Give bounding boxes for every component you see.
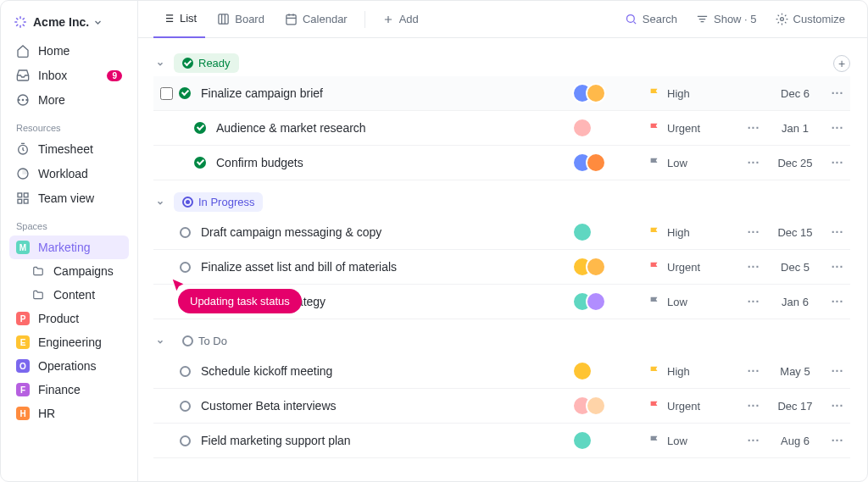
assignees[interactable] (572, 222, 648, 242)
assignees[interactable] (572, 118, 648, 138)
nav-inbox[interactable]: Inbox 9 (9, 64, 129, 87)
status-circle[interactable] (177, 433, 192, 448)
show-button[interactable]: Show · 5 (689, 9, 764, 29)
row-menu[interactable]: ··· (742, 121, 765, 135)
space-hr[interactable]: HHR (9, 402, 129, 425)
space-finance[interactable]: FFinance (9, 378, 129, 402)
due-date[interactable]: Jan 1 (765, 122, 825, 135)
task-row[interactable]: Finalize campaign briefHighDec 6··· (153, 76, 850, 111)
priority[interactable]: Low (648, 296, 742, 308)
row-menu[interactable]: ··· (742, 225, 765, 239)
folder-content[interactable]: Content (9, 283, 129, 307)
space-marketing[interactable]: MMarketing (9, 235, 129, 259)
row-actions[interactable]: ··· (825, 156, 850, 169)
status-circle[interactable] (192, 155, 208, 170)
nav-team-view[interactable]: Team view (9, 186, 129, 210)
due-date[interactable]: May 5 (765, 365, 825, 378)
avatar[interactable] (572, 118, 593, 138)
row-actions[interactable]: ··· (825, 295, 850, 308)
workspace-switcher[interactable]: Acme Inc. (9, 11, 129, 38)
priority[interactable]: High (648, 365, 742, 378)
priority[interactable]: Low (648, 435, 742, 447)
assignees[interactable] (572, 257, 648, 277)
avatar[interactable] (586, 396, 606, 416)
task-row[interactable]: Define channel strategyLow···Jan 6··· (153, 285, 850, 319)
row-actions[interactable]: ··· (825, 434, 850, 447)
avatar[interactable] (586, 83, 606, 103)
row-actions[interactable]: ··· (825, 121, 850, 135)
tab-list[interactable]: List (153, 1, 205, 38)
assignees[interactable] (572, 291, 648, 312)
caret-icon[interactable] (153, 196, 167, 209)
row-menu[interactable]: ··· (742, 260, 765, 274)
due-date[interactable]: Dec 5 (765, 261, 825, 274)
checkbox[interactable] (159, 86, 174, 101)
row-menu[interactable]: ··· (742, 156, 765, 169)
tab-board[interactable]: Board (209, 1, 273, 38)
assignees[interactable] (572, 83, 648, 103)
nav-more[interactable]: More (9, 88, 129, 112)
row-actions[interactable]: ··· (825, 399, 850, 413)
task-row[interactable]: Field marketing support planLow···Aug 6·… (153, 424, 850, 458)
task-row[interactable]: Schedule kickoff meetingHigh···May 5··· (153, 354, 850, 389)
due-date[interactable]: Dec 15 (765, 226, 825, 239)
status-circle[interactable] (192, 120, 208, 136)
row-actions[interactable]: ··· (825, 260, 850, 274)
add-task-button[interactable]: + (833, 55, 850, 72)
row-menu[interactable]: ··· (742, 295, 765, 308)
row-menu[interactable]: ··· (742, 399, 765, 413)
assignees[interactable] (572, 430, 648, 451)
caret-icon[interactable] (153, 335, 167, 348)
task-row[interactable]: Draft campaign messaging & copyHigh···De… (153, 215, 850, 250)
row-actions[interactable]: ··· (825, 364, 850, 378)
assignees[interactable] (572, 152, 648, 173)
due-date[interactable]: Dec 25 (765, 157, 825, 169)
row-menu[interactable]: ··· (742, 434, 765, 447)
assignees[interactable] (572, 396, 648, 416)
folder-campaigns[interactable]: Campaigns (9, 259, 129, 283)
tab-calendar[interactable]: Calendar (276, 1, 356, 38)
status-circle[interactable] (177, 398, 192, 413)
nav-home[interactable]: Home (9, 39, 129, 63)
due-date[interactable]: Dec 6 (765, 87, 825, 100)
space-product[interactable]: PProduct (9, 307, 129, 330)
avatar[interactable] (586, 152, 606, 173)
status-circle[interactable] (177, 224, 192, 240)
priority[interactable]: Urgent (648, 261, 742, 274)
priority[interactable]: Low (648, 157, 742, 169)
row-menu[interactable]: ··· (742, 364, 765, 378)
status-circle[interactable] (177, 86, 192, 101)
priority[interactable]: Urgent (648, 122, 742, 135)
priority[interactable]: Urgent (648, 400, 742, 413)
status-circle[interactable] (177, 259, 192, 274)
space-engineering[interactable]: EEngineering (9, 330, 129, 354)
due-date[interactable]: Dec 17 (765, 400, 825, 413)
nav-timesheet[interactable]: Timesheet (9, 137, 129, 161)
assignees[interactable] (572, 361, 648, 381)
caret-icon[interactable] (153, 57, 167, 70)
task-row[interactable]: Confirm budgetsLow···Dec 25··· (153, 146, 850, 180)
search-button[interactable]: Search (618, 9, 684, 29)
avatar[interactable] (572, 430, 593, 451)
task-row[interactable]: Audience & market researchUrgent···Jan 1… (153, 111, 850, 146)
priority[interactable]: High (648, 87, 742, 100)
priority[interactable]: High (648, 226, 742, 239)
nav-workload[interactable]: Workload (9, 162, 129, 186)
status-pill[interactable]: To Do (174, 331, 236, 351)
status-circle[interactable] (177, 363, 192, 379)
status-pill[interactable]: Ready (174, 53, 239, 73)
tab-add[interactable]: Add (374, 1, 427, 38)
avatar[interactable] (572, 361, 593, 381)
status-pill[interactable]: In Progress (174, 192, 263, 212)
space-operations[interactable]: OOperations (9, 354, 129, 378)
task-row[interactable]: Customer Beta interviewsUrgent···Dec 17·… (153, 389, 850, 424)
avatar[interactable] (586, 291, 606, 312)
due-date[interactable]: Jan 6 (765, 296, 825, 308)
due-date[interactable]: Aug 6 (765, 435, 825, 447)
avatar[interactable] (572, 222, 593, 242)
avatar[interactable] (586, 257, 606, 277)
row-actions[interactable]: ··· (825, 86, 850, 100)
status-circle[interactable] (177, 294, 192, 309)
task-row[interactable]: Finalize asset list and bill of material… (153, 250, 850, 285)
customize-button[interactable]: Customize (769, 9, 852, 29)
